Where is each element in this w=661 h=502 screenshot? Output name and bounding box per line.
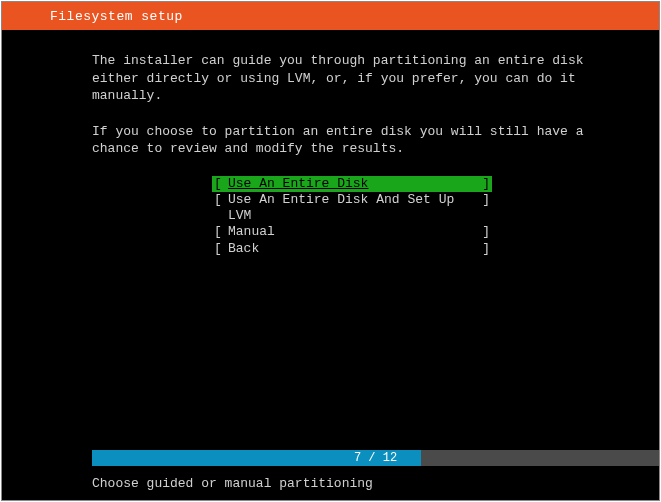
progress-gutter bbox=[2, 450, 92, 466]
bracket-right-icon: ] bbox=[476, 192, 490, 225]
intro-paragraph-2: If you choose to partition an entire dis… bbox=[92, 123, 631, 158]
footer-hint: Choose guided or manual partitioning bbox=[92, 476, 373, 491]
option-use-entire-disk-lvm[interactable]: [ Use An Entire Disk And Set Up LVM ] bbox=[212, 192, 492, 225]
option-label: Back bbox=[228, 241, 476, 257]
bracket-left-icon: [ bbox=[214, 224, 228, 240]
main-content: The installer can guide you through part… bbox=[2, 30, 659, 450]
option-label: Use An Entire Disk bbox=[228, 176, 476, 192]
installer-window: Filesystem setup The installer can guide… bbox=[1, 1, 660, 501]
option-label: Manual bbox=[228, 224, 476, 240]
bracket-right-icon: ] bbox=[476, 241, 490, 257]
bracket-right-icon: ] bbox=[476, 176, 490, 192]
options-menu: [ Use An Entire Disk ] [ Use An Entire D… bbox=[212, 176, 631, 257]
option-use-entire-disk[interactable]: [ Use An Entire Disk ] bbox=[212, 176, 492, 192]
page-title: Filesystem setup bbox=[50, 9, 183, 24]
option-back[interactable]: [ Back ] bbox=[212, 241, 492, 257]
titlebar: Filesystem setup bbox=[2, 2, 659, 30]
bracket-left-icon: [ bbox=[214, 176, 228, 192]
bracket-left-icon: [ bbox=[214, 241, 228, 257]
progress-track: 7 / 12 bbox=[92, 450, 659, 466]
bracket-right-icon: ] bbox=[476, 224, 490, 240]
progress-bar: 7 / 12 bbox=[2, 450, 659, 466]
option-manual[interactable]: [ Manual ] bbox=[212, 224, 492, 240]
footer-hint-bar: Choose guided or manual partitioning bbox=[2, 466, 659, 500]
intro-paragraph-1: The installer can guide you through part… bbox=[92, 52, 631, 105]
progress-text: 7 / 12 bbox=[92, 450, 659, 466]
option-label: Use An Entire Disk And Set Up LVM bbox=[228, 192, 476, 225]
bracket-left-icon: [ bbox=[214, 192, 228, 225]
